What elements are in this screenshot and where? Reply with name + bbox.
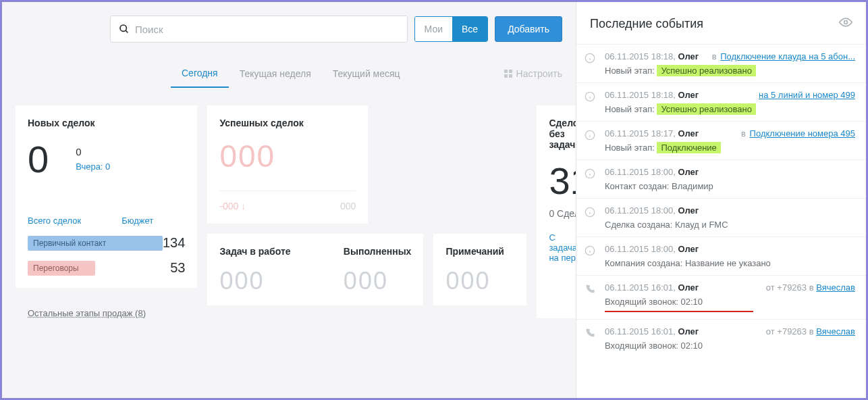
event-timestamp: 06.11.2015 16:01, — [605, 326, 676, 336]
other-stages-link[interactable]: Остальные этапы продаж (8) — [16, 308, 197, 318]
event-highlight: Успешно реализовано — [657, 103, 756, 115]
event-item[interactable]: 06.11.2015 16:01, Олег от +79263 в Вячес… — [576, 319, 866, 357]
event-timestamp: 06.11.2015 18:00, — [605, 167, 676, 177]
tasks-work-value: 000 — [219, 269, 290, 293]
event-timestamp: 06.11.2015 16:01, — [605, 282, 676, 293]
event-link[interactable]: Вячеслав — [816, 326, 855, 336]
card-no-tasks: Сделок без задач 31 0 Сделок С задачами … — [537, 105, 576, 318]
grid-icon — [504, 70, 512, 78]
card-new-deals: Новых сделок 0 0 Вчера: 0 Всего сделок Б… — [16, 105, 197, 288]
tab-month[interactable]: Текущий месяц — [322, 60, 411, 87]
event-stage-label: Новый этап: — [605, 143, 655, 153]
event-timestamp: 06.11.2015 18:18, — [605, 90, 676, 100]
event-highlight: Успешно реализовано — [657, 65, 756, 76]
event-user: Олег — [678, 326, 699, 336]
tasks-period-link[interactable]: С задачами на период — [549, 232, 576, 263]
event-link[interactable]: Подключение номера 495 — [750, 128, 855, 139]
phone-icon — [585, 284, 595, 297]
event-timestamp: 06.11.2015 18:18, — [605, 51, 676, 61]
event-item[interactable]: 06.11.2015 18:18, Олег в Подключение кла… — [576, 44, 866, 82]
notes-value: 000 — [445, 269, 514, 293]
info-icon — [585, 130, 595, 143]
success-value: 000 — [219, 141, 356, 172]
tab-week[interactable]: Текущая неделя — [229, 60, 322, 87]
link-all-deals[interactable]: Всего сделок — [28, 216, 81, 226]
event-timestamp: 06.11.2015 18:00, — [605, 205, 676, 216]
event-mid: от +79263 в — [766, 282, 814, 293]
card-title: Примечаний — [445, 246, 514, 257]
event-item[interactable]: 06.11.2015 18:00, Олег Сделка создана: К… — [576, 198, 866, 236]
success-delta: -000 ↓ — [219, 201, 246, 211]
info-icon — [585, 91, 595, 104]
card-title: Новых сделок — [28, 118, 185, 128]
stage-row[interactable]: Первичный контакт 134 — [28, 235, 185, 251]
event-detail: Компания создана: Название не указано — [605, 258, 855, 268]
svg-rect-4 — [504, 74, 508, 78]
event-user: Олег — [678, 282, 699, 293]
svg-point-0 — [120, 25, 126, 31]
stage-count: 134 — [163, 235, 185, 251]
yesterday-link[interactable]: Вчера: 0 — [76, 161, 110, 172]
filter-segmented: Мои Все — [414, 16, 489, 42]
visibility-toggle[interactable] — [839, 16, 852, 32]
svg-rect-5 — [509, 74, 512, 78]
new-deals-side-value: 0 — [76, 146, 110, 157]
event-timestamp: 06.11.2015 18:00, — [605, 244, 676, 254]
filter-mine[interactable]: Мои — [415, 17, 452, 41]
event-user: Олег — [678, 205, 699, 216]
event-stage-label: Новый этап: — [605, 104, 655, 114]
filter-all[interactable]: Все — [452, 17, 487, 41]
event-link[interactable]: на 5 линий и номер 499 — [759, 90, 855, 100]
stage-row[interactable]: Переговоры 53 — [28, 260, 185, 276]
event-item[interactable]: 06.11.2015 18:17, Олег в Подключение ном… — [576, 121, 866, 159]
event-mid: от +79263 в — [766, 326, 814, 336]
dropdown-arrow-icon — [467, 41, 475, 42]
stage-bar-negotiation: Переговоры — [28, 261, 95, 276]
search-box[interactable] — [110, 16, 408, 43]
card-title: Успешных сделок — [219, 118, 356, 128]
card-title: Выполненных — [344, 246, 412, 257]
svg-line-1 — [126, 30, 128, 32]
svg-rect-3 — [509, 70, 512, 73]
card-notes: Примечаний 000 — [433, 234, 526, 305]
customize-label: Настроить — [516, 68, 562, 79]
search-icon — [119, 24, 130, 34]
stage-bar-primary: Первичный контакт — [28, 236, 163, 251]
no-tasks-value: 31 — [549, 162, 576, 200]
event-redbar — [605, 311, 753, 312]
event-prefix: в — [741, 128, 749, 139]
event-detail: Сделка создана: Клауд и FMC — [605, 220, 855, 230]
stage-count: 53 — [170, 260, 185, 276]
info-icon — [585, 53, 595, 66]
new-deals-value: 0 — [28, 141, 49, 178]
event-highlight: Подключение — [657, 142, 720, 153]
event-user: Олег — [678, 51, 699, 61]
events-panel: Последние события 06.11.2015 18:18, Олег… — [576, 2, 866, 398]
info-icon — [585, 207, 595, 220]
tab-today[interactable]: Сегодня — [171, 59, 229, 88]
phone-icon — [585, 328, 595, 341]
event-user: Олег — [678, 244, 699, 254]
event-link[interactable]: Вячеслав — [816, 282, 855, 293]
add-button[interactable]: Добавить — [495, 16, 562, 42]
card-title: Сделок без задач — [549, 118, 576, 150]
event-item[interactable]: 06.11.2015 18:00, Олег Контакт создан: В… — [576, 159, 866, 198]
event-timestamp: 06.11.2015 18:17, — [605, 128, 676, 139]
no-tasks-sub: 0 Сделок — [549, 208, 576, 219]
events-title: Последние события — [590, 17, 703, 31]
info-icon — [585, 245, 595, 258]
customize-link[interactable]: Настроить — [504, 68, 562, 79]
event-item[interactable]: 06.11.2015 18:00, Олег Компания создана:… — [576, 236, 866, 275]
card-success: Успешных сделок 000 -000 ↓ 000 — [207, 105, 368, 224]
svg-rect-2 — [504, 70, 508, 73]
search-input[interactable] — [135, 24, 399, 35]
event-stage-label: Новый этап: — [605, 66, 655, 76]
event-item[interactable]: 06.11.2015 18:18, Олег на 5 линий и номе… — [576, 82, 866, 121]
event-link[interactable]: Подключение клауда на 5 абон... — [720, 51, 855, 61]
event-detail: Контакт создан: Владимир — [605, 181, 855, 191]
event-user: Олег — [678, 167, 699, 177]
link-budget[interactable]: Бюджет — [121, 216, 153, 226]
event-detail: Входящий звонок: 02:10 — [605, 297, 855, 307]
event-item[interactable]: 06.11.2015 16:01, Олег от +79263 в Вячес… — [576, 275, 866, 319]
event-prefix: в — [712, 51, 720, 61]
